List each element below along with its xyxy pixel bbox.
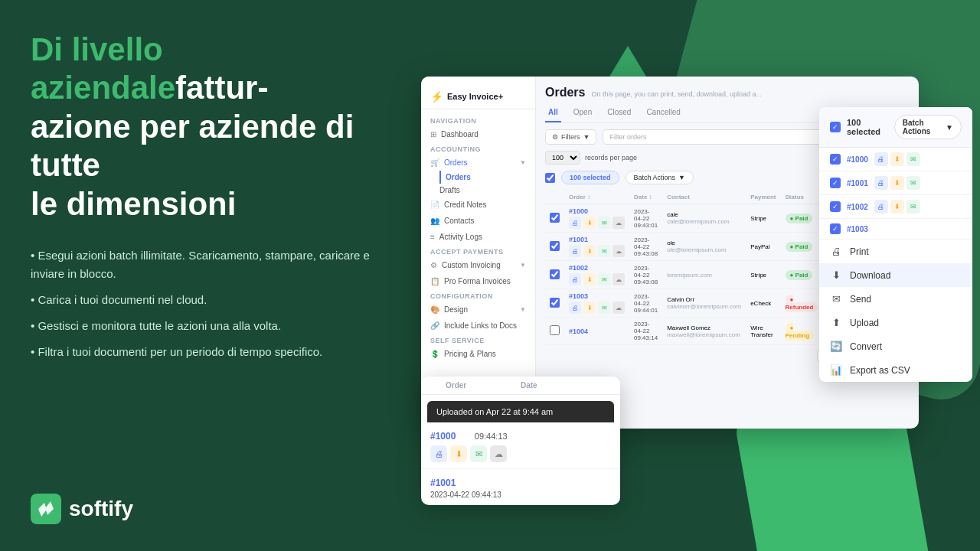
email-icon-1001[interactable]: ✉ bbox=[598, 245, 610, 257]
cloud-icon-1001[interactable]: ☁ bbox=[612, 245, 625, 257]
row-checkbox-1001[interactable] bbox=[550, 241, 560, 251]
tab-open[interactable]: Open bbox=[570, 106, 595, 122]
select-all-checkbox[interactable] bbox=[545, 173, 555, 183]
sidebar-section-navigation: Navigation bbox=[421, 114, 535, 126]
sidebar-item-design[interactable]: 🎨 Design ▼ bbox=[421, 302, 535, 318]
tooltip-print-icon[interactable]: 🖨 bbox=[430, 445, 447, 462]
sidebar-logo: ⚡ Easy Invoice+ bbox=[421, 84, 535, 109]
download-menu-icon: ⬇ bbox=[830, 269, 842, 281]
print-icon-1001[interactable]: 🖨 bbox=[569, 245, 581, 257]
dropdown-item-send[interactable]: ✉ Send bbox=[819, 287, 972, 311]
upload-menu-icon: ⬆ bbox=[830, 317, 842, 328]
tooltip-order-1001-num: #1001 bbox=[430, 478, 456, 488]
cloud-icon-1003[interactable]: ☁ bbox=[612, 302, 625, 314]
sidebar-label-drafts: Drafts bbox=[439, 186, 460, 194]
col-status: Status bbox=[781, 191, 823, 204]
sidebar-label-pro-forma: Pro Forma Invoices bbox=[444, 277, 511, 285]
dropdown-item-print[interactable]: 🖨 Print bbox=[819, 240, 972, 263]
order-num-1002[interactable]: #1002 bbox=[569, 264, 588, 272]
chevron-orders: ▼ bbox=[520, 159, 526, 166]
filter-button[interactable]: ⚙ Filters ▼ bbox=[545, 129, 596, 145]
tab-cancelled[interactable]: Cancelled bbox=[643, 106, 683, 122]
order-num-1003[interactable]: #1003 bbox=[569, 292, 588, 300]
batch-actions-title: Batch Actions bbox=[903, 119, 942, 135]
sidebar-app-name: Easy Invoice+ bbox=[447, 92, 503, 101]
dropdown-order-1000: ✓ #1000 🖨 ⬇ ✉ bbox=[819, 148, 972, 171]
dropdown-item-print-label: Print bbox=[850, 246, 869, 257]
action-icons-1003: 🖨⬇✉☁ bbox=[569, 302, 625, 314]
records-per-page-select[interactable]: 100 50 25 bbox=[545, 151, 580, 165]
order-num-1001[interactable]: #1001 bbox=[569, 236, 588, 243]
bullet-3: • Gestisci e monitora tutte le azioni un… bbox=[31, 317, 398, 335]
sidebar-label-dashboard: Dashboard bbox=[441, 130, 479, 139]
records-label: records per page bbox=[585, 154, 637, 161]
sidebar-label-design: Design bbox=[444, 305, 468, 314]
col-date[interactable]: Date ↕ bbox=[629, 191, 662, 204]
dropdown-header: ✓ 100 selected Batch Actions ▼ bbox=[819, 107, 972, 148]
row-checkbox-1004[interactable] bbox=[550, 325, 560, 335]
dropdown-order-num-1003: #1003 bbox=[847, 225, 868, 233]
chevron-custom: ▼ bbox=[520, 262, 526, 269]
download-icon-1002[interactable]: ⬇ bbox=[583, 273, 596, 285]
download-icon-1001[interactable]: ⬇ bbox=[583, 245, 596, 257]
dropdown-item-upload[interactable]: ⬆ Upload bbox=[819, 311, 972, 334]
sidebar-item-activity-logs[interactable]: ≡ Activity Logs bbox=[421, 229, 535, 245]
order-checkbox-1002[interactable]: ✓ bbox=[830, 201, 841, 212]
print-icon-1002[interactable]: 🖨 bbox=[569, 273, 581, 285]
tooltip-download-icon[interactable]: ⬇ bbox=[450, 445, 467, 462]
dropdown-order-num-1001: #1001 bbox=[847, 179, 868, 187]
dp-download-1001: ⬇ bbox=[890, 176, 904, 190]
tooltip-icons-1000: 🖨 ⬇ ✉ ☁ bbox=[430, 445, 611, 462]
tab-all[interactable]: All bbox=[545, 106, 561, 122]
cloud-icon-1002[interactable]: ☁ bbox=[612, 273, 625, 285]
batch-title-button[interactable]: Batch Actions ▼ bbox=[894, 115, 962, 139]
order-num-1004[interactable]: #1004 bbox=[569, 328, 588, 335]
sidebar-item-pricing[interactable]: 💲 Pricing & Plans bbox=[421, 346, 535, 362]
sidebar-item-orders-sub[interactable]: Orders bbox=[439, 171, 535, 184]
email-icon-1003[interactable]: ✉ bbox=[598, 302, 610, 314]
tooltip-col-headers: Order Date bbox=[421, 377, 620, 395]
email-icon-1002[interactable]: ✉ bbox=[598, 273, 610, 285]
page-title-row: Orders On this page, you can print, send… bbox=[545, 86, 910, 99]
row-checkbox-1003[interactable] bbox=[550, 298, 560, 308]
tooltip-email-icon[interactable]: ✉ bbox=[470, 445, 487, 462]
download-icon-1003[interactable]: ⬇ bbox=[583, 302, 596, 314]
dropdown-checkbox[interactable]: ✓ bbox=[830, 122, 841, 132]
cloud-icon-1000[interactable]: ☁ bbox=[612, 217, 625, 229]
dp-email-1000: ✉ bbox=[906, 152, 920, 166]
tab-closed[interactable]: Closed bbox=[604, 106, 634, 122]
sidebar-logo-icon: ⚡ bbox=[430, 90, 443, 103]
order-num-1000[interactable]: #1000 bbox=[569, 207, 588, 215]
download-icon-1000[interactable]: ⬇ bbox=[583, 217, 596, 229]
row-checkbox-1000[interactable] bbox=[550, 213, 560, 223]
sidebar-item-contacts[interactable]: 👥 Contacts bbox=[421, 213, 535, 229]
custom-invoicing-icon: ⚙ bbox=[430, 261, 437, 269]
batch-actions-button[interactable]: Batch Actions ▼ bbox=[626, 171, 694, 184]
dp-print-1002: 🖨 bbox=[874, 200, 888, 214]
order-checkbox-1000[interactable]: ✓ bbox=[830, 154, 841, 165]
sidebar-item-credit-notes[interactable]: 📄 Credit Notes bbox=[421, 197, 535, 213]
dropdown-item-download[interactable]: ⬇ Download bbox=[819, 263, 972, 287]
dropdown-item-export-csv[interactable]: 📊 Export as CSV bbox=[819, 358, 972, 382]
order-checkbox-1001[interactable]: ✓ bbox=[830, 178, 841, 188]
filter-chevron: ▼ bbox=[583, 133, 590, 141]
dropdown-item-convert[interactable]: 🔄 Convert bbox=[819, 334, 972, 358]
email-icon-1000[interactable]: ✉ bbox=[598, 217, 610, 229]
action-icons-1000: 🖨⬇✉☁ bbox=[569, 217, 625, 229]
dp-email-1001: ✉ bbox=[906, 176, 920, 190]
col-order[interactable]: Order ↕ bbox=[564, 191, 629, 204]
sidebar-item-pro-forma[interactable]: 📋 Pro Forma Invoices bbox=[421, 273, 535, 289]
activity-logs-icon: ≡ bbox=[430, 233, 435, 241]
print-icon-1003[interactable]: 🖨 bbox=[569, 302, 581, 314]
sidebar-item-orders[interactable]: 🛒 Orders ▼ bbox=[421, 155, 535, 171]
sidebar-item-custom-invoicing[interactable]: ⚙ Custom Invoicing ▼ bbox=[421, 257, 535, 273]
batch-actions-chevron: ▼ bbox=[678, 174, 685, 181]
print-icon-1000[interactable]: 🖨 bbox=[569, 217, 581, 229]
sidebar-label-credit-notes: Credit Notes bbox=[444, 201, 487, 209]
row-checkbox-1002[interactable] bbox=[550, 269, 560, 279]
sidebar-item-include-links[interactable]: 🔗 Include Links to Docs bbox=[421, 318, 535, 334]
sidebar-item-drafts[interactable]: Drafts bbox=[439, 184, 535, 197]
order-checkbox-1003[interactable]: ✓ bbox=[830, 223, 841, 234]
sidebar-item-dashboard[interactable]: ⊞ Dashboard bbox=[421, 126, 535, 142]
tooltip-cloud-icon[interactable]: ☁ bbox=[490, 445, 507, 462]
